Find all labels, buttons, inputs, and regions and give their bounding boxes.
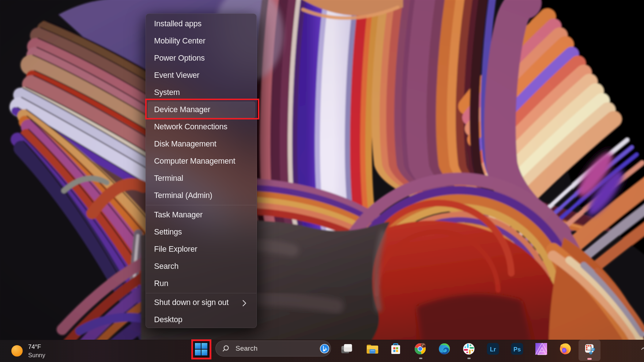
svg-text:Lr: Lr <box>490 346 496 353</box>
svg-text:Ps: Ps <box>513 346 521 353</box>
